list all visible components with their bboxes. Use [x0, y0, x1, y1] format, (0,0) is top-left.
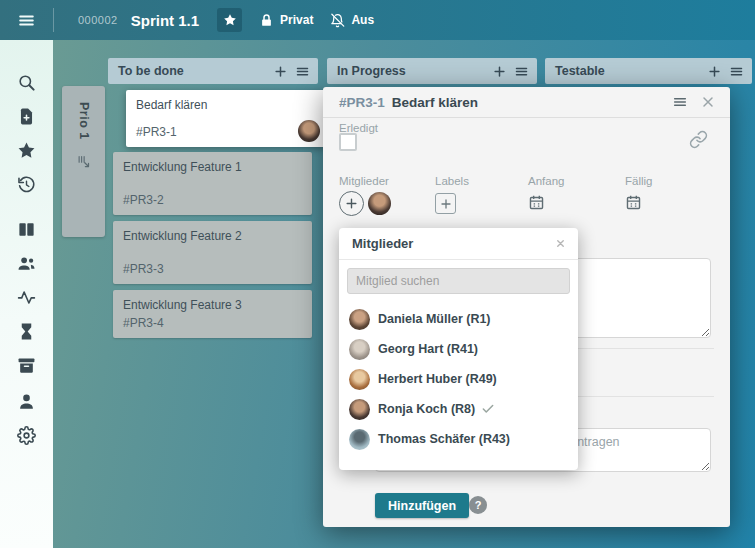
notifications-toggle[interactable]: Aus — [330, 13, 374, 28]
add-member-button[interactable] — [339, 191, 364, 216]
card-title: Entwicklung Feature 3 — [123, 298, 242, 312]
member-name: Georg Hart (R41) — [378, 342, 478, 356]
gear-icon[interactable] — [17, 425, 37, 445]
member-name: Herbert Huber (R49) — [378, 372, 497, 386]
kanban-app: 000002 Sprint 1.1 Privat Aus Prio 1 To b… — [0, 0, 755, 548]
members-popup-header: Mitglieder — [339, 228, 578, 260]
star-icon[interactable] — [17, 140, 37, 160]
members-popup: Mitglieder Daniela Müller (R1)Georg Hart… — [339, 228, 578, 470]
add-card-icon[interactable] — [706, 63, 723, 80]
star-icon — [223, 13, 237, 27]
card-title: Entwicklung Feature 1 — [123, 160, 242, 174]
done-checkbox[interactable] — [339, 133, 357, 151]
privacy-label: Privat — [280, 13, 313, 27]
member-list-item[interactable]: Daniela Müller (R1) — [339, 304, 578, 334]
board-id: 000002 — [78, 14, 118, 26]
topbar-divider — [53, 8, 54, 32]
card-title: Bedarf klären — [136, 98, 207, 112]
popup-close-icon[interactable] — [552, 236, 568, 252]
card-id: #PR3-2 — [123, 193, 164, 207]
member-list-item[interactable]: Thomas Schäfer (R43) — [339, 424, 578, 454]
privacy-toggle[interactable]: Privat — [259, 13, 313, 28]
column-menu-icon[interactable] — [728, 63, 745, 80]
member-list-item[interactable]: Herbert Huber (R49) — [339, 364, 578, 394]
card-id: #PR3-3 — [123, 262, 164, 276]
help-icon[interactable]: ? — [469, 496, 487, 514]
sidebar — [0, 40, 53, 548]
collapse-icon — [76, 154, 91, 169]
add-label-button[interactable] — [435, 193, 456, 214]
card[interactable]: Entwicklung Feature 1#PR3-2 — [113, 152, 312, 215]
member-avatar — [349, 399, 370, 420]
member-name: Daniela Müller (R1) — [378, 312, 491, 326]
member-list-item[interactable]: Ronja Koch (R8) — [339, 394, 578, 424]
column-header[interactable]: To be done — [108, 58, 318, 84]
member-avatar — [349, 309, 370, 330]
column-title: To be done — [118, 64, 267, 78]
assignee-avatar[interactable] — [368, 192, 391, 215]
column-menu-icon[interactable] — [513, 63, 530, 80]
member-search-input[interactable] — [347, 268, 570, 294]
column-header[interactable]: Testable — [545, 58, 752, 84]
start-label: Anfang — [528, 175, 564, 187]
users-icon[interactable] — [17, 253, 37, 273]
card-id: #PR3-1 — [136, 125, 177, 139]
user-icon[interactable] — [17, 391, 37, 411]
member-list: Daniela Müller (R1)Georg Hart (R41)Herbe… — [339, 304, 578, 454]
card-id: #PR3-4 — [123, 316, 164, 330]
task-close-icon[interactable] — [698, 92, 718, 112]
task-modal-header: #PR3-1 Bedarf klären — [323, 87, 730, 118]
archive-icon[interactable] — [17, 355, 37, 375]
due-label: Fällig — [625, 175, 652, 187]
due-date-calendar-icon[interactable] — [625, 194, 642, 211]
column-title: In Progress — [337, 64, 486, 78]
column-menu-icon[interactable] — [294, 63, 311, 80]
plus-icon — [440, 198, 452, 210]
column-header[interactable]: In Progress — [327, 58, 537, 84]
search-icon[interactable] — [17, 72, 37, 92]
link-icon[interactable] — [689, 130, 708, 149]
card-assignee-avatar — [298, 120, 320, 142]
add-comment-button[interactable]: Hinzufügen — [375, 493, 469, 518]
add-card-icon[interactable] — [491, 63, 508, 80]
check-icon — [481, 402, 495, 416]
card[interactable]: Entwicklung Feature 2#PR3-3 — [113, 221, 312, 284]
add-card-icon[interactable] — [272, 63, 289, 80]
history-icon[interactable] — [17, 174, 37, 194]
notifications-label: Aus — [351, 13, 374, 27]
member-avatar — [349, 429, 370, 450]
member-avatar — [349, 339, 370, 360]
column-title: Testable — [555, 64, 701, 78]
task-title: Bedarf klären — [392, 95, 662, 110]
swimlane-label: Prio 1 — [77, 102, 91, 140]
task-id: #PR3-1 — [339, 95, 385, 110]
card-title: Entwicklung Feature 2 — [123, 229, 242, 243]
topbar: 000002 Sprint 1.1 Privat Aus — [0, 0, 755, 40]
members-label: Mitglieder — [339, 175, 389, 187]
labels-label: Labels — [435, 175, 469, 187]
file-plus-icon[interactable] — [17, 106, 37, 126]
hourglass-icon[interactable] — [17, 321, 37, 341]
lock-icon — [259, 13, 274, 28]
member-name: Thomas Schäfer (R43) — [378, 432, 510, 446]
menu-icon[interactable] — [0, 0, 53, 40]
member-name: Ronja Koch (R8) — [378, 402, 475, 416]
bell-off-icon — [330, 13, 345, 28]
member-avatar — [349, 369, 370, 390]
swimlane-prio-1[interactable]: Prio 1 — [62, 86, 105, 237]
card[interactable]: Bedarf klären#PR3-1 — [126, 90, 325, 147]
activity-icon[interactable] — [17, 287, 37, 307]
plus-icon — [345, 197, 358, 210]
board-columns-icon[interactable] — [17, 219, 37, 239]
favorite-button[interactable] — [217, 8, 242, 32]
start-date-calendar-icon[interactable] — [528, 194, 545, 211]
members-popup-title: Mitglieder — [352, 236, 552, 251]
member-list-item[interactable]: Georg Hart (R41) — [339, 334, 578, 364]
task-menu-icon[interactable] — [670, 92, 690, 112]
card[interactable]: Entwicklung Feature 3#PR3-4 — [113, 290, 312, 338]
board-title: Sprint 1.1 — [131, 12, 199, 29]
